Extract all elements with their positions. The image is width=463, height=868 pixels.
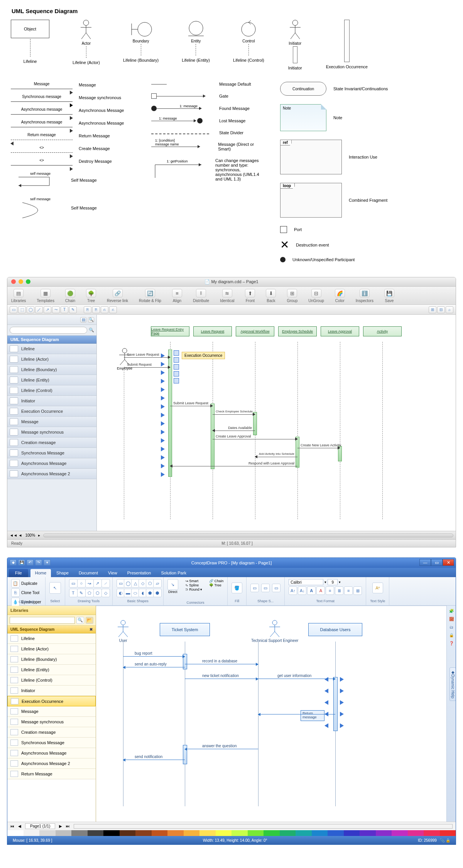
sidebar-item[interactable]: Lifeline <box>7 633 96 644</box>
page-first-icon[interactable]: ⏮ <box>10 824 14 828</box>
color-swatch[interactable] <box>7 830 24 836</box>
fontsize-down-icon[interactable]: A↓ <box>298 586 306 595</box>
tool-button[interactable]: ↗ <box>44 306 51 313</box>
dynamic-help-tab[interactable]: ◆ Dynamic Help <box>449 667 456 701</box>
save-icon[interactable]: 💾 <box>18 559 25 566</box>
color-swatch[interactable] <box>88 830 104 836</box>
clone-icon[interactable]: ⎘ <box>11 588 20 597</box>
toolbar-distribute[interactable]: ⫴Distribute <box>193 289 209 303</box>
close-category-icon[interactable]: ✖ <box>90 627 93 632</box>
ribbon-tab[interactable]: Home <box>30 569 51 577</box>
close-dot-icon[interactable] <box>11 279 16 284</box>
message-arrow[interactable]: Respond with Leave Approval <box>170 466 297 466</box>
toolbar-back[interactable]: ⬇Back <box>266 289 276 303</box>
message-arrow[interactable]: answer the question <box>185 749 258 749</box>
lifeline-head[interactable]: Leave Request Entry Page <box>151 326 189 336</box>
sidebar-item[interactable]: Asynchronous Message <box>7 458 96 469</box>
page-nav[interactable]: ▸ <box>38 533 40 537</box>
message-arrow[interactable]: Submit Request <box>124 367 170 368</box>
color-bar[interactable] <box>7 830 456 836</box>
color-swatch[interactable] <box>199 830 216 836</box>
color-icon[interactable]: A <box>316 586 325 595</box>
toolbar-front[interactable]: ⬆Front <box>245 289 255 303</box>
lifeline-head[interactable]: Leave Request <box>193 326 232 336</box>
sidebar-item[interactable]: Lifeline (Actor) <box>7 644 96 654</box>
shape-icon[interactable]: ⟋ <box>101 579 110 588</box>
color-swatch[interactable] <box>24 830 40 836</box>
execution-occurrence[interactable] <box>333 677 338 731</box>
rail-icon[interactable]: 🧱 <box>449 617 454 621</box>
message-arrow[interactable]: Save Leave Request <box>124 357 170 358</box>
maximize-button[interactable]: ▭ <box>431 559 443 566</box>
fill-icon[interactable]: 🪣 <box>231 583 242 593</box>
message-arrow[interactable]: Dates Available <box>213 431 255 431</box>
toolbar-ungroup[interactable]: ⊟UnGroup <box>308 289 324 303</box>
tool-button[interactable]: ⤳ <box>52 306 60 313</box>
tool-button[interactable]: ⌕ <box>446 306 453 313</box>
shape-icon[interactable]: ⬡ <box>93 589 102 597</box>
sidebar-item[interactable]: Lifeline (Entity) <box>7 665 96 675</box>
color-swatch[interactable] <box>280 830 296 836</box>
toolbar-tree[interactable]: 🌳Tree <box>86 289 96 303</box>
color-swatch[interactable] <box>264 830 280 836</box>
message-arrow[interactable]: send an auto-reply <box>123 667 185 667</box>
toolbar-color[interactable]: 🌈Color <box>335 289 345 303</box>
tool-button[interactable]: ⬚ <box>18 306 26 313</box>
sidebar-item[interactable]: Asynchronous Message <box>7 748 96 758</box>
return-message-box[interactable]: Return message <box>301 710 324 721</box>
shape-icon[interactable]: ▭ <box>69 579 78 588</box>
color-swatch[interactable] <box>360 830 376 836</box>
sidebar-item[interactable]: Lifeline (Entity) <box>7 375 96 385</box>
min-dot-icon[interactable] <box>19 279 23 284</box>
sidebar-item[interactable]: Message synchronous <box>7 717 96 727</box>
lifeline-head[interactable]: Ticket System <box>160 623 210 636</box>
zoom-dot-icon[interactable] <box>26 279 30 284</box>
toolbar-chain[interactable]: 🟢Chain <box>65 289 75 303</box>
actor-tech[interactable]: Technical Support Engineer <box>251 620 298 643</box>
ribbon-tab[interactable]: Solution Park <box>156 569 191 577</box>
undo-icon[interactable]: ↶ <box>27 559 34 566</box>
shape-icon[interactable]: ⬠ <box>85 589 94 597</box>
shape-icon[interactable]: ○ <box>77 579 86 588</box>
sidebar-item[interactable]: Creation message <box>7 727 96 738</box>
sidebar-item[interactable]: Execution Occurrence <box>7 696 96 706</box>
page-nav[interactable]: ◄◄ ◄ <box>10 533 22 537</box>
rail-icon[interactable]: 🗂 <box>449 625 453 629</box>
message-arrow[interactable]: Add Activity into Schedule <box>255 457 297 457</box>
lifeline-head[interactable]: Activity <box>363 326 402 336</box>
message-arrow[interactable]: new ticket notification <box>185 679 258 679</box>
tool-button[interactable]: ⎘ <box>84 306 91 313</box>
ribbon-tab[interactable]: Shape <box>52 569 73 577</box>
message-arrow[interactable]: record in a database <box>185 664 258 664</box>
sidebar-item[interactable]: Lifeline (Control) <box>7 385 96 396</box>
paste-icon[interactable]: 📋 <box>11 579 20 588</box>
page-last-icon[interactable]: ⏭ <box>66 824 70 828</box>
toolbar-rotate-flip[interactable]: 🔄Rotate & Flip <box>139 289 161 303</box>
textstyle-icon[interactable]: Aᵃ <box>372 583 383 593</box>
tool-button[interactable]: ⊞ <box>429 306 436 313</box>
sidebar-item[interactable]: Return Message <box>7 769 96 779</box>
handle[interactable] <box>174 364 179 370</box>
direct-icon[interactable]: ↘ <box>167 579 178 590</box>
color-swatch[interactable] <box>56 830 72 836</box>
handle[interactable] <box>174 371 179 377</box>
color-swatch[interactable] <box>424 830 440 836</box>
color-swatch[interactable] <box>152 830 168 836</box>
tool-button[interactable]: ⎌ <box>101 306 108 313</box>
color-swatch[interactable] <box>103 830 120 836</box>
shape-icon[interactable]: ↗ <box>93 579 102 588</box>
sidebar-item[interactable]: Message <box>7 706 96 717</box>
color-swatch[interactable] <box>296 830 312 836</box>
lifeline-head[interactable]: Leave Approval <box>321 326 359 336</box>
toolbar-save[interactable]: 💾Save <box>384 289 394 303</box>
align-icon[interactable]: ≡ <box>326 586 334 595</box>
lib-open-icon[interactable]: 📂 <box>86 617 93 624</box>
shape-icon[interactable]: ↝ <box>85 579 94 588</box>
color-swatch[interactable] <box>328 830 344 836</box>
execution-occurrence[interactable] <box>211 404 215 469</box>
handle[interactable] <box>174 378 179 383</box>
tool-button[interactable]: T <box>61 306 68 313</box>
actor-user[interactable]: User <box>116 620 130 643</box>
ribbon-tab[interactable]: Document <box>74 569 103 577</box>
sidebar-item[interactable]: Message synchronous <box>7 427 96 437</box>
